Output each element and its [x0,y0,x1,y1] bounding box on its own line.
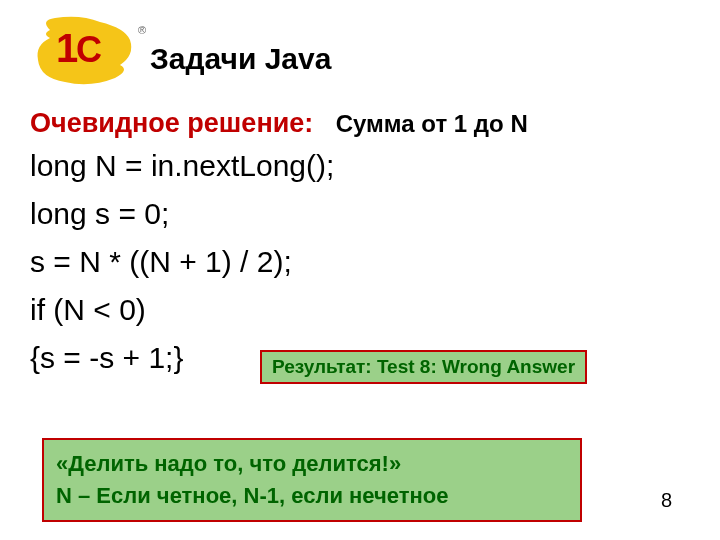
hint-line-1: «Делить надо то, что делится!» [56,448,568,480]
solution-label: Очевидное решение: [30,108,313,138]
result-box: Результат: Test 8: Wrong Answer [260,350,587,384]
registered-mark: ® [138,24,146,36]
code-line-2: long s = 0; [30,197,690,231]
code-line-4: if (N < 0) [30,293,690,327]
code-line-1: long N = in.nextLong(); [30,149,690,183]
slide-header: 1 С ® Задачи Java [0,0,720,90]
code-line-3: s = N * ((N + 1) / 2); [30,245,690,279]
slide-content: Очевидное решение: Сумма от 1 до N long … [0,90,720,375]
page-number: 8 [661,489,672,512]
hint-box: «Делить надо то, что делится!» N – Если … [42,438,582,522]
svg-text:С: С [76,29,102,70]
svg-text:1: 1 [56,26,78,70]
solution-heading: Очевидное решение: Сумма от 1 до N [30,108,690,139]
solution-subtitle: Сумма от 1 до N [336,110,528,137]
1c-logo: 1 С ® [30,10,140,90]
hint-line-2: N – Если четное, N-1, если нечетное [56,480,568,512]
page-title: Задачи Java [150,42,331,76]
